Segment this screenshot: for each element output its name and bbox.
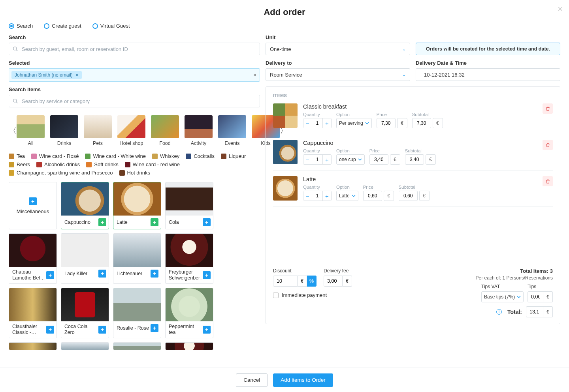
order-item: Cappuccino Quantity − + Option one cup P… (273, 134, 553, 171)
product-card-peek[interactable] (61, 342, 109, 350)
radio-create-guest[interactable]: Create guest (44, 23, 81, 29)
category-food[interactable]: Food (151, 115, 179, 146)
add-icon[interactable]: + (29, 197, 37, 205)
product-name: Freyburger Schweigenber… (169, 269, 202, 281)
radio-search[interactable]: Search (9, 23, 33, 29)
product-card[interactable]: Cola + (165, 182, 213, 229)
discount-input[interactable] (273, 276, 298, 287)
tag-wine-card-red-wine[interactable]: Wine card - red wine (125, 161, 180, 167)
add-product-button[interactable]: + (203, 271, 211, 279)
currency: € (419, 191, 430, 201)
tag-cocktails[interactable]: Cocktails (186, 153, 215, 159)
svg-line-3 (16, 102, 18, 103)
add-product-button[interactable]: + (151, 218, 158, 226)
cancel-button[interactable]: Cancel (236, 373, 268, 387)
product-card-peek[interactable] (113, 342, 161, 350)
qty-plus-button[interactable]: + (322, 155, 331, 164)
qty-plus-button[interactable]: + (322, 191, 331, 201)
category-hotel-shop[interactable]: Hotel shop (117, 115, 145, 146)
category-drinks[interactable]: Drinks (50, 115, 78, 146)
add-product-button[interactable]: + (203, 218, 211, 226)
product-card[interactable]: Coca Cola Zero + (61, 288, 109, 338)
qty-plus-button[interactable]: + (322, 118, 331, 128)
add-product-button[interactable]: + (151, 270, 158, 278)
qty-minus-button[interactable]: − (303, 155, 312, 164)
selected-field[interactable]: Johnathan Smith (no email)✕ × (9, 68, 260, 82)
qty-minus-button[interactable]: − (303, 118, 312, 128)
price-input[interactable] (363, 191, 382, 201)
tag-beers[interactable]: Beers (9, 161, 30, 167)
category-pets[interactable]: Pets (84, 115, 112, 146)
delete-item-button[interactable] (543, 140, 553, 150)
quantity-stepper[interactable]: − + (303, 118, 332, 128)
tag-soft-drinks[interactable]: Soft drinks (86, 161, 118, 167)
quantity-stepper[interactable]: − + (303, 191, 332, 201)
tag-wine-card-white-wine[interactable]: Wine card - White wine (85, 153, 146, 159)
tips-input[interactable] (528, 291, 543, 302)
tag-whiskey[interactable]: Whiskey (152, 153, 179, 159)
product-card-peek[interactable] (165, 342, 213, 350)
product-card[interactable]: Peppermint tea + (165, 288, 213, 338)
tag-alcoholic-drinks[interactable]: Alcoholic drinks (36, 161, 80, 167)
add-product-button[interactable]: + (98, 218, 106, 226)
immediate-payment-checkbox[interactable]: Immediate payment (273, 292, 352, 298)
qty-input[interactable] (312, 191, 322, 201)
discount-percent-toggle[interactable]: % (307, 276, 317, 287)
checkbox-icon (273, 293, 279, 298)
info-icon[interactable]: i (496, 309, 502, 315)
add-product-button[interactable]: + (203, 326, 211, 334)
search-input[interactable] (9, 43, 260, 55)
product-card[interactable]: Latte + (113, 182, 161, 229)
add-product-button[interactable]: + (98, 270, 106, 278)
product-name: Latte (117, 219, 128, 225)
option-select[interactable]: Latte (336, 191, 358, 201)
tag-tea[interactable]: Tea (9, 153, 25, 159)
delete-item-button[interactable] (543, 103, 553, 114)
svg-point-2 (13, 99, 17, 102)
product-miscellaneous[interactable]: +Miscellaneous (9, 182, 57, 229)
option-select[interactable]: Per serving (336, 118, 372, 128)
add-product-button[interactable]: + (98, 326, 106, 334)
product-card[interactable]: Clausthaler Classic -… + (9, 288, 57, 338)
option-select[interactable]: one cup (336, 154, 365, 165)
delivery-datetime-input[interactable] (416, 68, 560, 81)
search-items-input[interactable] (9, 95, 260, 107)
quantity-stepper[interactable]: − + (303, 154, 332, 165)
product-card[interactable]: Lady Killer + (61, 233, 109, 284)
discount-currency-toggle[interactable]: € (298, 276, 307, 287)
category-activity[interactable]: Activity (185, 115, 213, 146)
tag-hot-drinks[interactable]: Hot drinks (119, 170, 151, 176)
add-product-button[interactable]: + (46, 326, 54, 334)
add-product-button[interactable]: + (46, 271, 54, 279)
add-items-button[interactable]: Add items to Order (273, 373, 333, 387)
add-product-button[interactable]: + (151, 324, 158, 332)
category-events[interactable]: Events (218, 115, 246, 146)
product-card[interactable]: Freyburger Schweigenber… + (165, 233, 213, 284)
carousel-prev-icon[interactable]: 〈 (9, 126, 17, 136)
price-input[interactable] (369, 154, 388, 165)
category-all[interactable]: All (17, 115, 45, 146)
product-card[interactable]: Rosalie - Rose + (113, 288, 161, 338)
qty-input[interactable] (312, 155, 322, 164)
tag-champagne-sparkling-wine-and-prosecco[interactable]: Champagne, sparkling wine and Prosecco (9, 170, 113, 176)
product-card-peek[interactable] (9, 342, 57, 350)
delete-item-button[interactable] (543, 176, 553, 186)
delivery-fee-input[interactable] (324, 276, 343, 287)
product-card[interactable]: Lichtenauer + (113, 233, 161, 284)
close-icon[interactable]: × (558, 4, 563, 14)
delivery-to-select[interactable]: Room Service⌄ (266, 68, 410, 81)
unit-select[interactable]: One-time⌄ (266, 43, 410, 55)
product-card[interactable]: Chateau Lamothe Bel… + (9, 233, 57, 284)
tips-vat-select[interactable]: Base tips (7%) (481, 291, 524, 302)
radio-virtual-guest[interactable]: Virtual Guest (92, 23, 130, 29)
product-card[interactable]: Cappuccino + (61, 182, 109, 229)
qty-input[interactable] (312, 118, 322, 128)
qty-minus-button[interactable]: − (303, 191, 312, 201)
price-input[interactable] (377, 118, 396, 128)
tag-liqueur[interactable]: Liqueur (221, 153, 246, 159)
guest-chip[interactable]: Johnathan Smith (no email)✕ (11, 71, 82, 79)
chevron-down-icon (358, 158, 362, 161)
clear-selected-icon[interactable]: × (253, 72, 256, 78)
tag-wine-card-ros-[interactable]: Wine card - Rosé (31, 153, 79, 159)
chip-remove-icon[interactable]: ✕ (75, 73, 79, 78)
